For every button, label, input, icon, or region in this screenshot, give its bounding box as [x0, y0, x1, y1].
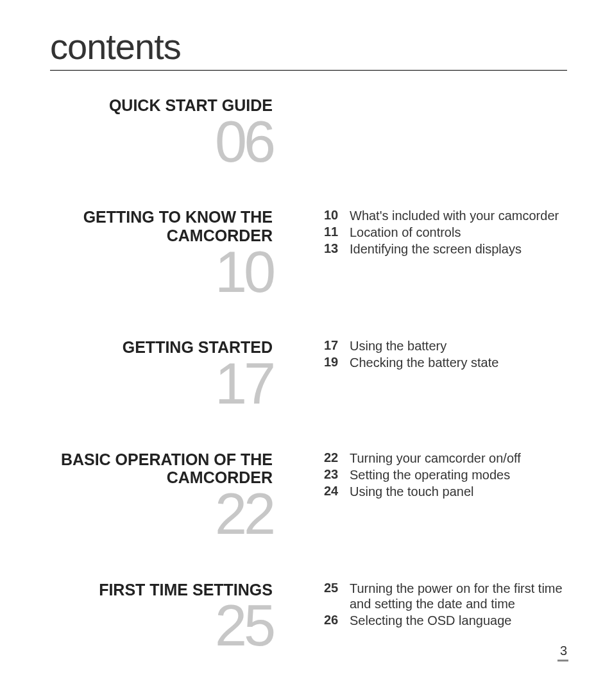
section-spacer	[273, 338, 324, 411]
section-heading-line1: GETTING TO KNOW THE	[83, 208, 273, 226]
section-left: QUICK START GUIDE 06	[45, 96, 273, 169]
section-pagenum: 22	[45, 487, 273, 542]
sub-row: 24 Using the touch panel	[324, 484, 567, 499]
toc-section: FIRST TIME SETTINGS 25 25 Turning the po…	[45, 581, 567, 654]
section-left: GETTING TO KNOW THE CAMCORDER 10	[45, 208, 273, 300]
sub-row: 13 Identifying the screen displays	[324, 241, 567, 257]
sub-page: 11	[324, 225, 350, 239]
sub-page: 25	[324, 581, 350, 595]
page-title: contents	[50, 26, 567, 71]
section-spacer	[273, 450, 324, 542]
section-right: 10 What's included with your camcorder 1…	[324, 208, 567, 300]
sub-row: 10 What's included with your camcorder	[324, 208, 567, 223]
sub-row: 26 Selecting the OSD language	[324, 613, 567, 628]
section-pagenum: 17	[45, 357, 273, 412]
sub-row: 19 Checking the battery state	[324, 355, 567, 370]
sub-title: Turning your camcorder on/off	[350, 450, 521, 466]
sub-row: 23 Setting the operating modes	[324, 467, 567, 482]
section-pagenum: 25	[45, 599, 273, 654]
section-heading-line1: BASIC OPERATION OF THE	[61, 450, 273, 468]
sub-title: What's included with your camcorder	[350, 208, 559, 223]
sub-page: 13	[324, 241, 350, 256]
section-spacer	[273, 208, 324, 300]
sub-page: 23	[324, 467, 350, 482]
sub-row: 17 Using the battery	[324, 338, 567, 354]
sub-title: Turning the power on for the first time …	[350, 581, 567, 611]
sub-title: Using the battery	[350, 338, 446, 354]
section-pagenum: 10	[45, 245, 273, 300]
section-right	[324, 96, 567, 169]
sub-page: 24	[324, 484, 350, 499]
sub-page: 10	[324, 208, 350, 223]
sub-row: 22 Turning your camcorder on/off	[324, 450, 567, 466]
section-pagenum: 06	[45, 115, 273, 170]
toc-section: QUICK START GUIDE 06	[45, 96, 567, 169]
sub-page: 22	[324, 450, 350, 465]
sub-title: Setting the operating modes	[350, 467, 510, 482]
section-right: 22 Turning your camcorder on/off 23 Sett…	[324, 450, 567, 542]
section-right: 17 Using the battery 19 Checking the bat…	[324, 338, 567, 411]
sub-page: 26	[324, 613, 350, 627]
toc-section: BASIC OPERATION OF THE CAMCORDER 22 22 T…	[45, 450, 567, 542]
section-right: 25 Turning the power on for the first ti…	[324, 581, 567, 654]
section-spacer	[273, 96, 324, 169]
page-number: 3	[557, 644, 568, 662]
sub-title: Selecting the OSD language	[350, 613, 511, 628]
sub-title: Identifying the screen displays	[350, 241, 522, 257]
sub-title: Using the touch panel	[350, 484, 473, 499]
sub-page: 19	[324, 355, 350, 370]
sub-title: Location of controls	[350, 225, 461, 240]
section-left: BASIC OPERATION OF THE CAMCORDER 22	[45, 450, 273, 542]
section-left: GETTING STARTED 17	[45, 338, 273, 411]
section-spacer	[273, 581, 324, 654]
toc-section: GETTING TO KNOW THE CAMCORDER 10 10 What…	[45, 208, 567, 300]
section-left: FIRST TIME SETTINGS 25	[45, 581, 273, 654]
toc-section: GETTING STARTED 17 17 Using the battery …	[45, 338, 567, 411]
sub-row: 11 Location of controls	[324, 225, 567, 240]
sub-page: 17	[324, 338, 350, 353]
sub-row: 25 Turning the power on for the first ti…	[324, 581, 567, 611]
sub-title: Checking the battery state	[350, 355, 498, 370]
